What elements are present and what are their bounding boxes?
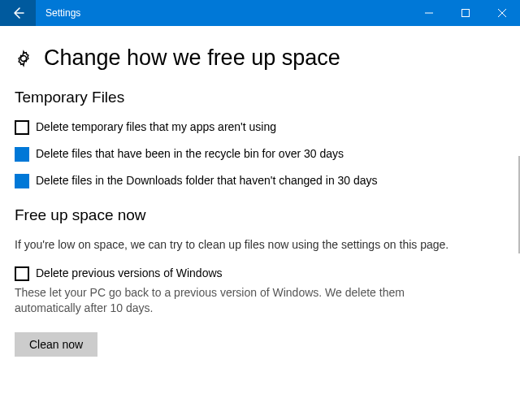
previous-versions-help: These let your PC go back to a previous … [15,285,470,316]
svg-rect-0 [462,10,469,17]
maximize-button[interactable] [447,0,483,26]
checkbox-label: Delete files in the Downloads folder tha… [36,173,378,188]
checkbox-label: Delete previous versions of Windows [36,266,223,281]
checkbox-recycle-bin[interactable]: Delete files that have been in the recyc… [15,146,470,162]
window-controls [410,0,520,26]
gear-icon [15,50,32,67]
checkbox-icon [15,120,29,135]
close-button[interactable] [483,0,520,26]
clean-now-button[interactable]: Clean now [15,332,98,357]
checkbox-delete-temp-files[interactable]: Delete temporary files that my apps aren… [15,119,470,135]
minimize-button[interactable] [410,0,447,26]
section-freeup-heading: Free up space now [15,206,496,224]
back-button[interactable] [0,0,36,26]
maximize-icon [462,9,470,17]
checkbox-icon [15,266,29,281]
titlebar: Settings [0,0,520,26]
checkbox-icon [15,147,29,162]
checkbox-label: Delete temporary files that my apps aren… [36,119,276,135]
checkbox-previous-versions[interactable]: Delete previous versions of Windows [15,266,470,281]
back-arrow-icon [11,6,24,19]
window-title: Settings [36,0,410,26]
content-area: Change how we free up space Temporary Fi… [0,26,520,420]
page-title: Change how we free up space [44,45,340,71]
section-temp-heading: Temporary Files [15,89,496,106]
minimize-icon [425,9,433,17]
freeup-body: If you're low on space, we can try to cl… [15,237,470,253]
checkbox-downloads[interactable]: Delete files in the Downloads folder tha… [15,173,470,188]
checkbox-label: Delete files that have been in the recyc… [36,146,344,162]
checkbox-icon [15,174,29,188]
close-icon [498,9,506,17]
